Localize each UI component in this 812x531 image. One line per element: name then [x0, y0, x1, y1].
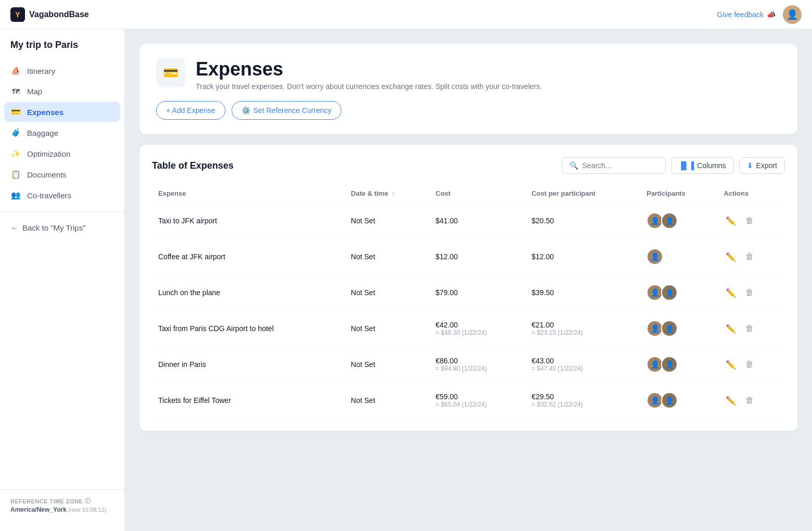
brand: Y VagabondBase	[10, 7, 89, 22]
feedback-label: Give feedback	[717, 10, 764, 19]
table-body: Taxi to JFK airportNot Set$41.00$20.50👤👤…	[152, 203, 785, 419]
col-actions: Actions	[717, 184, 785, 203]
sidebar-item-label-map: Map	[27, 87, 42, 96]
brand-name: VagabondBase	[29, 10, 89, 19]
table-title: Table of Expenses	[152, 160, 234, 171]
table-header-row: Expense Date & time ↑ Cost Cost per part…	[152, 184, 785, 203]
participant-avatar: 👤	[661, 392, 678, 409]
sidebar-item-optimization[interactable]: ✨ Optimization	[0, 144, 124, 163]
sort-icon: ↑	[392, 191, 395, 197]
columns-icon: ▐▌▐	[679, 161, 694, 170]
sidebar-item-co-travellers[interactable]: 👥 Co-travellers	[0, 185, 124, 205]
delete-button[interactable]: 🗑	[743, 286, 756, 299]
sidebar-item-itinerary[interactable]: ⛵ Itinerary	[0, 61, 124, 81]
cell-datetime: Not Set	[345, 383, 429, 419]
edit-button[interactable]: ✏️	[724, 286, 738, 300]
avatar[interactable]: 👤	[783, 5, 802, 24]
baggage-icon: 🧳	[10, 128, 21, 137]
help-icon[interactable]: ⓘ	[85, 497, 91, 505]
ref-timezone-now: (now 16:08:12)	[68, 507, 106, 513]
participant-avatar: 👤	[661, 320, 678, 337]
sidebar-item-label-optimization: Optimization	[27, 149, 70, 158]
table-row: Lunch on the planeNot Set$79.00$39.50👤👤 …	[152, 275, 785, 311]
search-input[interactable]	[582, 161, 658, 170]
col-datetime[interactable]: Date & time ↑	[345, 184, 429, 203]
cell-cost-per-participant: €43.00= $47.40 (1/22/24)	[525, 347, 640, 383]
sidebar-item-map[interactable]: 🗺 Map	[0, 82, 124, 101]
col-expense: Expense	[152, 184, 345, 203]
trip-title: My trip to Paris	[0, 40, 124, 61]
cell-actions: ✏️ 🗑	[717, 347, 785, 383]
topnav: Y VagabondBase Give feedback 📣 👤	[0, 0, 812, 29]
delete-button[interactable]: 🗑	[743, 358, 756, 371]
delete-button[interactable]: 🗑	[743, 250, 756, 263]
export-icon: ⬇	[747, 161, 753, 170]
header-card-actions: + Add Expense ⚙️ Set Reference Currency	[156, 101, 781, 120]
edit-button[interactable]: ✏️	[724, 250, 738, 264]
expenses-card-icon: 💳	[156, 58, 185, 87]
sidebar: My trip to Paris ⛵ Itinerary 🗺 Map 💳 Exp…	[0, 29, 125, 531]
cell-actions: ✏️ 🗑	[717, 383, 785, 419]
sidebar-item-label-documents: Documents	[27, 170, 67, 179]
participant-avatar: 👤	[646, 248, 663, 265]
participant-avatar: 👤	[661, 356, 678, 373]
megaphone-icon: 📣	[767, 10, 776, 19]
add-expense-button[interactable]: + Add Expense	[156, 101, 225, 120]
co-travellers-icon: 👥	[10, 191, 21, 200]
cell-cost: $12.00	[429, 239, 525, 275]
col-participants: Participants	[640, 184, 717, 203]
expenses-header-card: 💳 Expenses Track your travel expenses. D…	[139, 44, 797, 134]
currency-icon: ⚙️	[242, 106, 250, 115]
back-to-trips[interactable]: ← Back to "My Trips"	[0, 218, 124, 237]
edit-button[interactable]: ✏️	[724, 394, 738, 408]
sidebar-item-documents[interactable]: 📋 Documents	[0, 165, 124, 184]
cell-cost: €42.00= $46.30 (1/22/24)	[429, 311, 525, 347]
edit-button[interactable]: ✏️	[724, 322, 738, 336]
reference-timezone: REFERENCE TIME ZONE ⓘ America/New_York (…	[0, 489, 124, 521]
cell-expense-name: Tickets for Eiffel Tower	[152, 383, 345, 419]
table-row: Taxi from Paris CDG Airport to hotelNot …	[152, 311, 785, 347]
itinerary-icon: ⛵	[10, 66, 21, 75]
cell-datetime: Not Set	[345, 239, 429, 275]
cell-cost-per-participant: $20.50	[525, 203, 640, 239]
ref-timezone-label: REFERENCE TIME ZONE ⓘ	[10, 497, 114, 505]
topnav-right: Give feedback 📣 👤	[717, 5, 802, 24]
edit-button[interactable]: ✏️	[724, 358, 738, 372]
export-label: Export	[756, 161, 777, 170]
cell-expense-name: Taxi from Paris CDG Airport to hotel	[152, 311, 345, 347]
search-icon: 🔍	[569, 161, 578, 170]
header-card-top: 💳 Expenses Track your travel expenses. D…	[156, 58, 781, 91]
delete-button[interactable]: 🗑	[743, 394, 756, 407]
cell-cost-per-participant: $39.50	[525, 275, 640, 311]
cell-cost: €59.00= $65.04 (1/22/24)	[429, 383, 525, 419]
participant-avatar: 👤	[661, 284, 678, 301]
table-head: Expense Date & time ↑ Cost Cost per part…	[152, 184, 785, 203]
columns-button[interactable]: ▐▌▐ Columns	[671, 157, 734, 174]
feedback-button[interactable]: Give feedback 📣	[717, 10, 776, 19]
sidebar-item-label-co-travellers: Co-travellers	[27, 191, 71, 200]
delete-button[interactable]: 🗑	[743, 214, 756, 227]
cell-cost: $41.00	[429, 203, 525, 239]
cell-participants: 👤👤	[640, 203, 717, 239]
layout: My trip to Paris ⛵ Itinerary 🗺 Map 💳 Exp…	[0, 0, 812, 531]
expenses-table-card: Table of Expenses 🔍 ▐▌▐ Columns ⬇ Export	[139, 145, 797, 431]
brand-logo: Y	[10, 7, 25, 22]
cell-expense-name: Taxi to JFK airport	[152, 203, 345, 239]
edit-button[interactable]: ✏️	[724, 214, 738, 228]
cell-participants: 👤👤	[640, 275, 717, 311]
table-row: Coffee at JFK airportNot Set$12.00$12.00…	[152, 239, 785, 275]
sidebar-item-expenses[interactable]: 💳 Expenses	[4, 102, 120, 122]
cell-datetime: Not Set	[345, 347, 429, 383]
set-reference-currency-button[interactable]: ⚙️ Set Reference Currency	[232, 101, 341, 120]
cell-expense-name: Lunch on the plane	[152, 275, 345, 311]
export-button[interactable]: ⬇ Export	[739, 157, 785, 174]
map-icon: 🗺	[10, 87, 21, 96]
back-arrow-icon: ←	[10, 223, 18, 232]
sidebar-item-baggage[interactable]: 🧳 Baggage	[0, 123, 124, 143]
table-controls: 🔍 ▐▌▐ Columns ⬇ Export	[562, 157, 785, 174]
cell-actions: ✏️ 🗑	[717, 311, 785, 347]
cell-datetime: Not Set	[345, 275, 429, 311]
cell-actions: ✏️ 🗑	[717, 203, 785, 239]
delete-button[interactable]: 🗑	[743, 322, 756, 335]
table-row: Dinner in ParisNot Set€86.00= $94.80 (1/…	[152, 347, 785, 383]
